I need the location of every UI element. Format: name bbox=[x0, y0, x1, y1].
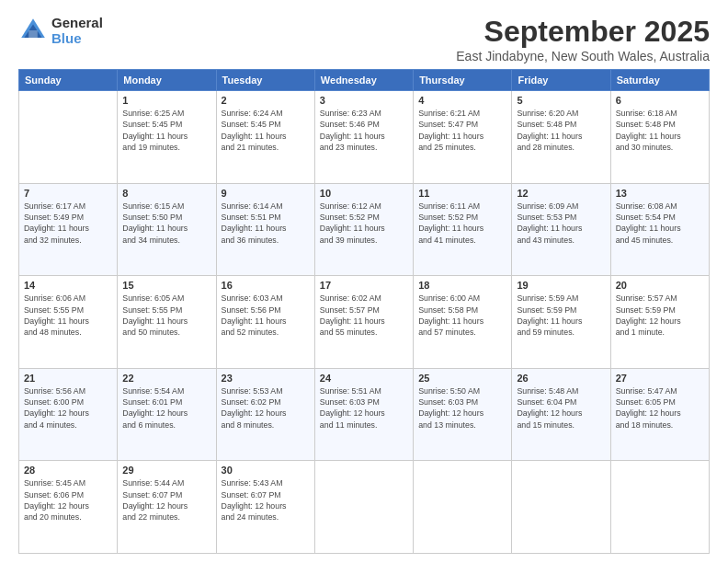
day-info: Sunrise: 6:00 AM Sunset: 5:58 PM Dayligh… bbox=[418, 293, 506, 338]
day-number: 8 bbox=[122, 188, 210, 199]
day-info: Sunrise: 5:59 AM Sunset: 5:59 PM Dayligh… bbox=[517, 293, 605, 338]
weekday-header: Tuesday bbox=[216, 70, 314, 91]
day-number: 28 bbox=[24, 465, 112, 476]
day-info: Sunrise: 6:23 AM Sunset: 5:46 PM Dayligh… bbox=[320, 108, 408, 153]
day-number: 15 bbox=[122, 280, 210, 291]
day-number: 11 bbox=[418, 188, 506, 199]
day-info: Sunrise: 5:54 AM Sunset: 6:01 PM Dayligh… bbox=[122, 385, 210, 431]
calendar-cell: 14Sunrise: 6:06 AM Sunset: 5:55 PM Dayli… bbox=[19, 276, 118, 369]
day-number: 16 bbox=[222, 280, 310, 291]
day-info: Sunrise: 6:11 AM Sunset: 5:52 PM Dayligh… bbox=[418, 201, 506, 246]
subtitle: East Jindabyne, New South Wales, Austral… bbox=[456, 49, 710, 63]
day-info: Sunrise: 6:05 AM Sunset: 5:55 PM Dayligh… bbox=[122, 293, 210, 338]
logo-text: General Blue bbox=[51, 15, 103, 46]
day-info: Sunrise: 6:17 AM Sunset: 5:49 PM Dayligh… bbox=[24, 201, 112, 246]
calendar-cell: 11Sunrise: 6:11 AM Sunset: 5:52 PM Dayli… bbox=[414, 183, 512, 276]
day-number: 26 bbox=[517, 373, 605, 384]
logo: General Blue bbox=[18, 15, 103, 46]
day-info: Sunrise: 6:20 AM Sunset: 5:48 PM Dayligh… bbox=[517, 108, 605, 153]
calendar-cell: 4Sunrise: 6:21 AM Sunset: 5:47 PM Daylig… bbox=[414, 91, 512, 184]
weekday-header: Monday bbox=[118, 70, 216, 91]
calendar-cell: 26Sunrise: 5:48 AM Sunset: 6:04 PM Dayli… bbox=[512, 368, 610, 461]
calendar-week-row: 21Sunrise: 5:56 AM Sunset: 6:00 PM Dayli… bbox=[19, 368, 710, 461]
day-info: Sunrise: 5:53 AM Sunset: 6:02 PM Dayligh… bbox=[222, 385, 310, 431]
day-info: Sunrise: 6:14 AM Sunset: 5:51 PM Dayligh… bbox=[222, 201, 310, 246]
calendar-cell: 15Sunrise: 6:05 AM Sunset: 5:55 PM Dayli… bbox=[118, 276, 216, 369]
main-title: September 2025 bbox=[456, 15, 710, 49]
calendar-cell: 29Sunrise: 5:44 AM Sunset: 6:07 PM Dayli… bbox=[118, 461, 216, 554]
calendar-cell: 12Sunrise: 6:09 AM Sunset: 5:53 PM Dayli… bbox=[512, 183, 610, 276]
calendar-cell bbox=[610, 461, 709, 554]
day-info: Sunrise: 5:44 AM Sunset: 6:07 PM Dayligh… bbox=[122, 477, 210, 523]
day-info: Sunrise: 6:21 AM Sunset: 5:47 PM Dayligh… bbox=[418, 108, 506, 153]
day-number: 1 bbox=[122, 95, 210, 106]
calendar-cell: 21Sunrise: 5:56 AM Sunset: 6:00 PM Dayli… bbox=[19, 368, 118, 461]
day-info: Sunrise: 5:48 AM Sunset: 6:04 PM Dayligh… bbox=[517, 385, 605, 431]
calendar-cell: 18Sunrise: 6:00 AM Sunset: 5:58 PM Dayli… bbox=[414, 276, 512, 369]
day-number: 12 bbox=[517, 188, 605, 199]
day-number: 21 bbox=[24, 373, 112, 384]
calendar-cell: 7Sunrise: 6:17 AM Sunset: 5:49 PM Daylig… bbox=[19, 183, 118, 276]
calendar-cell: 17Sunrise: 6:02 AM Sunset: 5:57 PM Dayli… bbox=[314, 276, 413, 369]
day-number: 3 bbox=[320, 95, 408, 106]
calendar-cell bbox=[314, 461, 413, 554]
day-info: Sunrise: 5:51 AM Sunset: 6:03 PM Dayligh… bbox=[320, 385, 408, 431]
day-number: 10 bbox=[320, 188, 408, 199]
page: General Blue September 2025 East Jindaby… bbox=[0, 0, 728, 563]
calendar-week-row: 7Sunrise: 6:17 AM Sunset: 5:49 PM Daylig… bbox=[19, 183, 710, 276]
calendar-cell: 20Sunrise: 5:57 AM Sunset: 5:59 PM Dayli… bbox=[610, 276, 709, 369]
calendar-cell: 24Sunrise: 5:51 AM Sunset: 6:03 PM Dayli… bbox=[314, 368, 413, 461]
calendar-cell: 25Sunrise: 5:50 AM Sunset: 6:03 PM Dayli… bbox=[414, 368, 512, 461]
day-info: Sunrise: 6:15 AM Sunset: 5:50 PM Dayligh… bbox=[122, 201, 210, 246]
day-number: 4 bbox=[418, 95, 506, 106]
calendar-header-row: SundayMondayTuesdayWednesdayThursdayFrid… bbox=[19, 70, 710, 91]
calendar-cell: 23Sunrise: 5:53 AM Sunset: 6:02 PM Dayli… bbox=[216, 368, 314, 461]
day-info: Sunrise: 5:56 AM Sunset: 6:00 PM Dayligh… bbox=[24, 385, 112, 431]
day-number: 25 bbox=[418, 373, 506, 384]
day-number: 27 bbox=[616, 373, 704, 384]
day-info: Sunrise: 6:18 AM Sunset: 5:48 PM Dayligh… bbox=[616, 108, 704, 153]
calendar-cell: 19Sunrise: 5:59 AM Sunset: 5:59 PM Dayli… bbox=[512, 276, 610, 369]
day-info: Sunrise: 6:08 AM Sunset: 5:54 PM Dayligh… bbox=[616, 201, 704, 246]
day-info: Sunrise: 6:02 AM Sunset: 5:57 PM Dayligh… bbox=[320, 293, 408, 338]
weekday-header: Saturday bbox=[610, 70, 709, 91]
calendar-cell: 2Sunrise: 6:24 AM Sunset: 5:45 PM Daylig… bbox=[216, 91, 314, 184]
day-number: 30 bbox=[222, 465, 310, 476]
calendar-cell: 9Sunrise: 6:14 AM Sunset: 5:51 PM Daylig… bbox=[216, 183, 314, 276]
day-number: 20 bbox=[616, 280, 704, 291]
day-number: 17 bbox=[320, 280, 408, 291]
weekday-header: Wednesday bbox=[314, 70, 413, 91]
day-info: Sunrise: 5:57 AM Sunset: 5:59 PM Dayligh… bbox=[616, 293, 704, 338]
day-info: Sunrise: 5:50 AM Sunset: 6:03 PM Dayligh… bbox=[418, 385, 506, 431]
day-number: 29 bbox=[122, 465, 210, 476]
day-info: Sunrise: 5:45 AM Sunset: 6:06 PM Dayligh… bbox=[24, 477, 112, 523]
calendar-cell: 22Sunrise: 5:54 AM Sunset: 6:01 PM Dayli… bbox=[118, 368, 216, 461]
day-number: 13 bbox=[616, 188, 704, 199]
weekday-header: Sunday bbox=[19, 70, 118, 91]
day-number: 5 bbox=[517, 95, 605, 106]
calendar-cell: 10Sunrise: 6:12 AM Sunset: 5:52 PM Dayli… bbox=[314, 183, 413, 276]
day-info: Sunrise: 6:25 AM Sunset: 5:45 PM Dayligh… bbox=[122, 108, 210, 153]
calendar-cell: 8Sunrise: 6:15 AM Sunset: 5:50 PM Daylig… bbox=[118, 183, 216, 276]
day-number: 2 bbox=[222, 95, 310, 106]
day-info: Sunrise: 6:03 AM Sunset: 5:56 PM Dayligh… bbox=[222, 293, 310, 338]
calendar-week-row: 14Sunrise: 6:06 AM Sunset: 5:55 PM Dayli… bbox=[19, 276, 710, 369]
day-number: 14 bbox=[24, 280, 112, 291]
day-number: 18 bbox=[418, 280, 506, 291]
day-number: 7 bbox=[24, 188, 112, 199]
calendar-cell: 6Sunrise: 6:18 AM Sunset: 5:48 PM Daylig… bbox=[610, 91, 709, 184]
title-block: September 2025 East Jindabyne, New South… bbox=[456, 15, 710, 63]
day-info: Sunrise: 5:43 AM Sunset: 6:07 PM Dayligh… bbox=[222, 477, 310, 523]
day-number: 9 bbox=[222, 188, 310, 199]
day-number: 6 bbox=[616, 95, 704, 106]
day-number: 24 bbox=[320, 373, 408, 384]
day-number: 22 bbox=[122, 373, 210, 384]
calendar-cell bbox=[512, 461, 610, 554]
weekday-header: Friday bbox=[512, 70, 610, 91]
day-number: 23 bbox=[222, 373, 310, 384]
calendar-week-row: 28Sunrise: 5:45 AM Sunset: 6:06 PM Dayli… bbox=[19, 461, 710, 554]
calendar-cell: 3Sunrise: 6:23 AM Sunset: 5:46 PM Daylig… bbox=[314, 91, 413, 184]
day-info: Sunrise: 6:06 AM Sunset: 5:55 PM Dayligh… bbox=[24, 293, 112, 338]
calendar-cell: 13Sunrise: 6:08 AM Sunset: 5:54 PM Dayli… bbox=[610, 183, 709, 276]
calendar-week-row: 1Sunrise: 6:25 AM Sunset: 5:45 PM Daylig… bbox=[19, 91, 710, 184]
